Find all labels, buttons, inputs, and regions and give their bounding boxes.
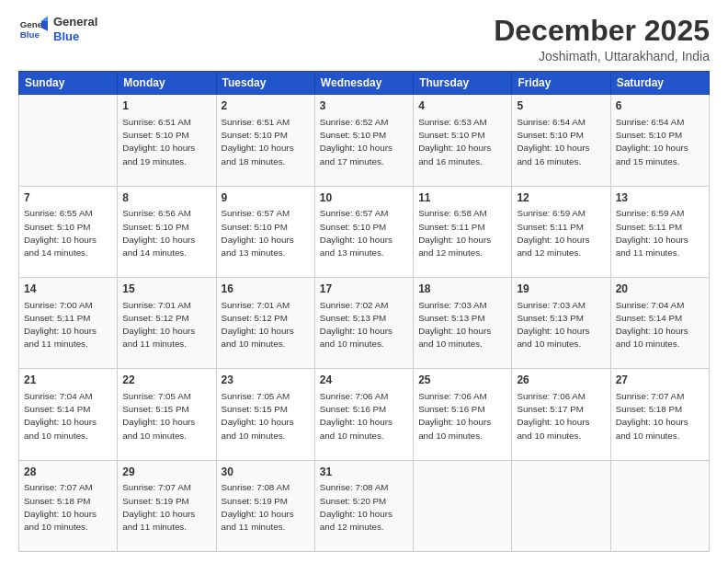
- day-info: Sunrise: 6:56 AMSunset: 5:10 PMDaylight:…: [122, 207, 210, 259]
- day-info: Sunrise: 7:07 AMSunset: 5:18 PMDaylight:…: [616, 390, 704, 442]
- weekday-header-friday: Friday: [512, 72, 610, 95]
- day-info: Sunrise: 7:07 AMSunset: 5:18 PMDaylight:…: [24, 481, 112, 534]
- day-number: 7: [24, 190, 112, 206]
- day-info: Sunrise: 6:57 AMSunset: 5:10 PMDaylight:…: [222, 207, 310, 259]
- calendar-cell: 11Sunrise: 6:58 AMSunset: 5:11 PMDayligh…: [414, 186, 512, 277]
- calendar-cell: 17Sunrise: 7:02 AMSunset: 5:13 PMDayligh…: [314, 277, 413, 368]
- day-number: 6: [616, 98, 704, 114]
- weekday-header-monday: Monday: [118, 72, 216, 95]
- day-number: 16: [222, 282, 310, 297]
- calendar-cell: 6Sunrise: 6:54 AMSunset: 5:10 PMDaylight…: [610, 95, 709, 186]
- calendar-cell: 3Sunrise: 6:52 AMSunset: 5:10 PMDaylight…: [314, 95, 413, 186]
- calendar-cell: 20Sunrise: 7:04 AMSunset: 5:14 PMDayligh…: [610, 277, 709, 368]
- title-block: December 2025 Joshimath, Uttarakhand, In…: [494, 15, 710, 63]
- calendar-row: 28Sunrise: 7:07 AMSunset: 5:18 PMDayligh…: [19, 460, 710, 551]
- calendar-cell: 22Sunrise: 7:05 AMSunset: 5:15 PMDayligh…: [118, 369, 216, 460]
- day-info: Sunrise: 7:08 AMSunset: 5:19 PMDaylight:…: [222, 481, 310, 534]
- calendar-cell: 4Sunrise: 6:53 AMSunset: 5:10 PMDaylight…: [414, 95, 512, 186]
- calendar-cell: 16Sunrise: 7:01 AMSunset: 5:12 PMDayligh…: [216, 277, 314, 368]
- day-number: 23: [222, 373, 310, 388]
- day-number: 13: [616, 190, 704, 206]
- calendar-cell: 26Sunrise: 7:06 AMSunset: 5:17 PMDayligh…: [512, 369, 610, 460]
- calendar-row: 21Sunrise: 7:04 AMSunset: 5:14 PMDayligh…: [19, 369, 710, 460]
- calendar-cell: 10Sunrise: 6:57 AMSunset: 5:10 PMDayligh…: [314, 186, 413, 277]
- day-info: Sunrise: 6:55 AMSunset: 5:10 PMDaylight:…: [24, 207, 112, 259]
- day-number: 21: [24, 373, 112, 388]
- day-info: Sunrise: 6:57 AMSunset: 5:10 PMDaylight:…: [320, 207, 408, 259]
- calendar-cell: [19, 95, 118, 186]
- calendar-cell: 28Sunrise: 7:07 AMSunset: 5:18 PMDayligh…: [19, 460, 118, 551]
- day-number: 12: [517, 190, 605, 206]
- day-number: 22: [122, 373, 210, 388]
- calendar-row: 14Sunrise: 7:00 AMSunset: 5:11 PMDayligh…: [19, 277, 710, 368]
- day-number: 2: [222, 98, 310, 114]
- day-info: Sunrise: 6:54 AMSunset: 5:10 PMDaylight:…: [517, 116, 605, 168]
- day-info: Sunrise: 7:02 AMSunset: 5:13 PMDaylight:…: [320, 299, 408, 351]
- day-info: Sunrise: 7:06 AMSunset: 5:17 PMDaylight:…: [517, 390, 605, 442]
- sub-title: Joshimath, Uttarakhand, India: [494, 49, 710, 63]
- day-number: 30: [222, 465, 310, 480]
- weekday-header-sunday: Sunday: [19, 72, 118, 95]
- calendar-cell: 1Sunrise: 6:51 AMSunset: 5:10 PMDaylight…: [118, 95, 216, 186]
- day-number: 10: [320, 190, 408, 206]
- calendar-cell: 8Sunrise: 6:56 AMSunset: 5:10 PMDaylight…: [118, 186, 216, 277]
- calendar-cell: 27Sunrise: 7:07 AMSunset: 5:18 PMDayligh…: [610, 369, 709, 460]
- day-info: Sunrise: 6:53 AMSunset: 5:10 PMDaylight:…: [418, 116, 506, 168]
- weekday-header-saturday: Saturday: [610, 72, 709, 95]
- calendar-cell: 18Sunrise: 7:03 AMSunset: 5:13 PMDayligh…: [414, 277, 512, 368]
- calendar-cell: 7Sunrise: 6:55 AMSunset: 5:10 PMDaylight…: [19, 186, 118, 277]
- day-number: 8: [122, 190, 210, 206]
- day-number: 15: [122, 282, 210, 297]
- day-number: 17: [320, 282, 408, 297]
- calendar-table: SundayMondayTuesdayWednesdayThursdayFrid…: [18, 71, 710, 552]
- day-info: Sunrise: 7:03 AMSunset: 5:13 PMDaylight:…: [418, 299, 506, 351]
- logo: General Blue General Blue: [18, 15, 97, 44]
- weekday-header-thursday: Thursday: [414, 72, 512, 95]
- calendar-cell: 21Sunrise: 7:04 AMSunset: 5:14 PMDayligh…: [19, 369, 118, 460]
- calendar-cell: 30Sunrise: 7:08 AMSunset: 5:19 PMDayligh…: [216, 460, 314, 551]
- day-number: 1: [122, 98, 210, 114]
- day-info: Sunrise: 6:51 AMSunset: 5:10 PMDaylight:…: [122, 116, 210, 168]
- day-info: Sunrise: 6:51 AMSunset: 5:10 PMDaylight:…: [222, 116, 310, 168]
- calendar-cell: 9Sunrise: 6:57 AMSunset: 5:10 PMDaylight…: [216, 186, 314, 277]
- weekday-header-row: SundayMondayTuesdayWednesdayThursdayFrid…: [19, 72, 710, 95]
- day-info: Sunrise: 7:00 AMSunset: 5:11 PMDaylight:…: [24, 299, 112, 351]
- svg-text:Blue: Blue: [20, 29, 40, 40]
- logo-blue-text: Blue: [53, 29, 97, 44]
- calendar-cell: [610, 460, 709, 551]
- day-number: 9: [222, 190, 310, 206]
- logo-general-text: General: [53, 15, 97, 29]
- day-info: Sunrise: 7:05 AMSunset: 5:15 PMDaylight:…: [122, 390, 210, 442]
- day-number: 14: [24, 282, 112, 297]
- calendar-cell: [414, 460, 512, 551]
- day-info: Sunrise: 6:54 AMSunset: 5:10 PMDaylight:…: [616, 116, 704, 168]
- day-info: Sunrise: 6:59 AMSunset: 5:11 PMDaylight:…: [517, 207, 605, 259]
- day-number: 27: [616, 373, 704, 388]
- calendar-cell: 14Sunrise: 7:00 AMSunset: 5:11 PMDayligh…: [19, 277, 118, 368]
- day-info: Sunrise: 7:05 AMSunset: 5:15 PMDaylight:…: [222, 390, 310, 442]
- calendar-cell: 29Sunrise: 7:07 AMSunset: 5:19 PMDayligh…: [118, 460, 216, 551]
- day-number: 3: [320, 98, 408, 114]
- day-number: 25: [418, 373, 506, 388]
- calendar-cell: 13Sunrise: 6:59 AMSunset: 5:11 PMDayligh…: [610, 186, 709, 277]
- main-title: December 2025: [494, 15, 710, 47]
- logo-icon: General Blue: [18, 15, 48, 44]
- calendar-cell: 12Sunrise: 6:59 AMSunset: 5:11 PMDayligh…: [512, 186, 610, 277]
- weekday-header-wednesday: Wednesday: [314, 72, 413, 95]
- day-number: 28: [24, 465, 112, 480]
- day-info: Sunrise: 6:52 AMSunset: 5:10 PMDaylight:…: [320, 116, 408, 168]
- calendar-cell: 23Sunrise: 7:05 AMSunset: 5:15 PMDayligh…: [216, 369, 314, 460]
- day-number: 5: [517, 98, 605, 114]
- day-info: Sunrise: 7:03 AMSunset: 5:13 PMDaylight:…: [517, 299, 605, 351]
- page: General Blue General Blue December 2025 …: [0, 0, 728, 563]
- calendar-cell: 24Sunrise: 7:06 AMSunset: 5:16 PMDayligh…: [314, 369, 413, 460]
- day-number: 31: [320, 465, 408, 480]
- day-number: 19: [517, 282, 605, 297]
- day-number: 24: [320, 373, 408, 388]
- day-info: Sunrise: 7:04 AMSunset: 5:14 PMDaylight:…: [24, 390, 112, 442]
- day-info: Sunrise: 6:58 AMSunset: 5:11 PMDaylight:…: [418, 207, 506, 259]
- day-info: Sunrise: 7:08 AMSunset: 5:20 PMDaylight:…: [320, 481, 408, 534]
- calendar-cell: 31Sunrise: 7:08 AMSunset: 5:20 PMDayligh…: [314, 460, 413, 551]
- day-number: 18: [418, 282, 506, 297]
- day-number: 11: [418, 190, 506, 206]
